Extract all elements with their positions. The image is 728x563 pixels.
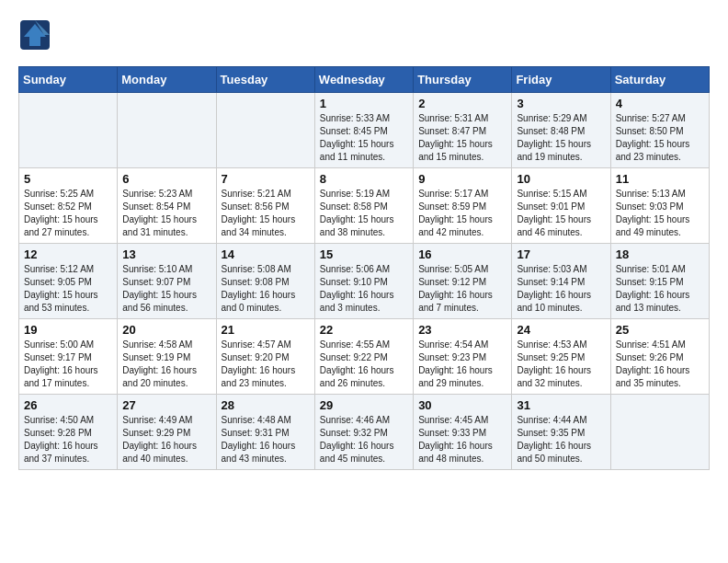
day-number: 26	[24, 398, 112, 412]
day-info: Sunrise: 4:58 AM Sunset: 9:19 PM Dayligh…	[122, 339, 210, 390]
day-number: 19	[24, 323, 112, 337]
calendar-cell: 23Sunrise: 4:54 AM Sunset: 9:23 PM Dayli…	[414, 319, 512, 395]
day-number: 16	[418, 247, 506, 261]
calendar-cell: 17Sunrise: 5:03 AM Sunset: 9:14 PM Dayli…	[512, 244, 610, 319]
day-info: Sunrise: 5:08 AM Sunset: 9:08 PM Dayligh…	[222, 263, 310, 315]
calendar-cell: 8Sunrise: 5:19 AM Sunset: 8:58 PM Daylig…	[314, 168, 413, 244]
calendar-table: SundayMondayTuesdayWednesdayThursdayFrid…	[18, 66, 710, 470]
day-number: 23	[418, 323, 506, 337]
day-number: 15	[320, 247, 408, 261]
day-number: 27	[122, 398, 210, 412]
day-number: 5	[24, 172, 112, 186]
day-info: Sunrise: 4:44 AM Sunset: 9:35 PM Dayligh…	[517, 414, 605, 465]
weekday-header-thursday: Thursday	[414, 67, 512, 93]
day-info: Sunrise: 5:31 AM Sunset: 8:47 PM Dayligh…	[418, 112, 506, 164]
calendar-cell: 6Sunrise: 5:23 AM Sunset: 8:54 PM Daylig…	[118, 168, 216, 244]
day-number: 21	[222, 323, 310, 337]
day-number: 31	[517, 398, 605, 412]
day-info: Sunrise: 5:29 AM Sunset: 8:48 PM Dayligh…	[517, 112, 605, 164]
day-number: 10	[517, 172, 605, 186]
day-number: 3	[517, 97, 605, 110]
day-info: Sunrise: 5:17 AM Sunset: 8:59 PM Dayligh…	[418, 188, 506, 239]
day-number: 4	[616, 97, 704, 110]
day-info: Sunrise: 5:03 AM Sunset: 9:14 PM Dayligh…	[517, 263, 605, 315]
calendar-cell	[216, 93, 314, 168]
day-info: Sunrise: 5:27 AM Sunset: 8:50 PM Dayligh…	[616, 112, 704, 164]
calendar-cell: 15Sunrise: 5:06 AM Sunset: 9:10 PM Dayli…	[314, 244, 413, 319]
day-info: Sunrise: 4:48 AM Sunset: 9:31 PM Dayligh…	[222, 414, 310, 465]
day-info: Sunrise: 4:50 AM Sunset: 9:28 PM Dayligh…	[24, 414, 112, 465]
weekday-header-tuesday: Tuesday	[216, 67, 314, 93]
day-number: 8	[320, 172, 408, 186]
day-number: 1	[320, 97, 408, 110]
day-number: 2	[418, 97, 506, 110]
day-number: 14	[222, 247, 310, 261]
calendar-cell: 27Sunrise: 4:49 AM Sunset: 9:29 PM Dayli…	[118, 395, 216, 470]
day-info: Sunrise: 5:25 AM Sunset: 8:52 PM Dayligh…	[24, 188, 112, 239]
calendar-cell: 31Sunrise: 4:44 AM Sunset: 9:35 PM Dayli…	[512, 395, 610, 470]
calendar-cell: 1Sunrise: 5:33 AM Sunset: 8:45 PM Daylig…	[314, 93, 413, 168]
calendar-cell: 4Sunrise: 5:27 AM Sunset: 8:50 PM Daylig…	[610, 93, 709, 168]
day-info: Sunrise: 4:53 AM Sunset: 9:25 PM Dayligh…	[517, 339, 605, 390]
calendar-cell: 10Sunrise: 5:15 AM Sunset: 9:01 PM Dayli…	[512, 168, 610, 244]
day-number: 7	[222, 172, 310, 186]
day-number: 22	[320, 323, 408, 337]
calendar-cell: 11Sunrise: 5:13 AM Sunset: 9:03 PM Dayli…	[610, 168, 709, 244]
calendar-cell: 20Sunrise: 4:58 AM Sunset: 9:19 PM Dayli…	[118, 319, 216, 395]
day-info: Sunrise: 5:00 AM Sunset: 9:17 PM Dayligh…	[24, 339, 112, 390]
day-number: 9	[418, 172, 506, 186]
day-number: 11	[616, 172, 704, 186]
day-number: 13	[122, 247, 210, 261]
day-info: Sunrise: 5:23 AM Sunset: 8:54 PM Dayligh…	[122, 188, 210, 239]
calendar-cell: 28Sunrise: 4:48 AM Sunset: 9:31 PM Dayli…	[216, 395, 314, 470]
day-info: Sunrise: 4:55 AM Sunset: 9:22 PM Dayligh…	[320, 339, 408, 390]
day-info: Sunrise: 5:19 AM Sunset: 8:58 PM Dayligh…	[320, 188, 408, 239]
day-info: Sunrise: 4:57 AM Sunset: 9:20 PM Dayligh…	[222, 339, 310, 390]
day-number: 17	[517, 247, 605, 261]
calendar-row-1: 5Sunrise: 5:25 AM Sunset: 8:52 PM Daylig…	[19, 168, 710, 244]
calendar-cell: 26Sunrise: 4:50 AM Sunset: 9:28 PM Dayli…	[19, 395, 118, 470]
day-info: Sunrise: 4:46 AM Sunset: 9:32 PM Dayligh…	[320, 414, 408, 465]
day-number: 12	[24, 247, 112, 261]
calendar-row-0: 1Sunrise: 5:33 AM Sunset: 8:45 PM Daylig…	[19, 93, 710, 168]
day-number: 20	[122, 323, 210, 337]
calendar-cell: 9Sunrise: 5:17 AM Sunset: 8:59 PM Daylig…	[414, 168, 512, 244]
day-info: Sunrise: 4:51 AM Sunset: 9:26 PM Dayligh…	[616, 339, 704, 390]
weekday-header-saturday: Saturday	[610, 67, 709, 93]
logo	[18, 18, 57, 52]
day-info: Sunrise: 4:49 AM Sunset: 9:29 PM Dayligh…	[122, 414, 210, 465]
day-number: 24	[517, 323, 605, 337]
day-info: Sunrise: 5:01 AM Sunset: 9:15 PM Dayligh…	[616, 263, 704, 315]
day-info: Sunrise: 5:05 AM Sunset: 9:12 PM Dayligh…	[418, 263, 506, 315]
day-info: Sunrise: 5:21 AM Sunset: 8:56 PM Dayligh…	[222, 188, 310, 239]
calendar-cell: 14Sunrise: 5:08 AM Sunset: 9:08 PM Dayli…	[216, 244, 314, 319]
calendar-cell: 13Sunrise: 5:10 AM Sunset: 9:07 PM Dayli…	[118, 244, 216, 319]
weekday-header-sunday: Sunday	[19, 67, 118, 93]
calendar-row-2: 12Sunrise: 5:12 AM Sunset: 9:05 PM Dayli…	[19, 244, 710, 319]
day-number: 30	[418, 398, 506, 412]
weekday-header-wednesday: Wednesday	[314, 67, 413, 93]
calendar-cell: 25Sunrise: 4:51 AM Sunset: 9:26 PM Dayli…	[610, 319, 709, 395]
calendar-cell: 12Sunrise: 5:12 AM Sunset: 9:05 PM Dayli…	[19, 244, 118, 319]
day-info: Sunrise: 5:13 AM Sunset: 9:03 PM Dayligh…	[616, 188, 704, 239]
calendar-cell	[19, 93, 118, 168]
weekday-header-friday: Friday	[512, 67, 610, 93]
calendar-cell: 21Sunrise: 4:57 AM Sunset: 9:20 PM Dayli…	[216, 319, 314, 395]
calendar-cell: 24Sunrise: 4:53 AM Sunset: 9:25 PM Dayli…	[512, 319, 610, 395]
weekday-header-row: SundayMondayTuesdayWednesdayThursdayFrid…	[19, 67, 710, 93]
day-info: Sunrise: 5:12 AM Sunset: 9:05 PM Dayligh…	[24, 263, 112, 315]
calendar-cell: 5Sunrise: 5:25 AM Sunset: 8:52 PM Daylig…	[19, 168, 118, 244]
day-info: Sunrise: 5:15 AM Sunset: 9:01 PM Dayligh…	[517, 188, 605, 239]
day-number: 29	[320, 398, 408, 412]
calendar-cell: 30Sunrise: 4:45 AM Sunset: 9:33 PM Dayli…	[414, 395, 512, 470]
calendar-cell: 18Sunrise: 5:01 AM Sunset: 9:15 PM Dayli…	[610, 244, 709, 319]
day-number: 18	[616, 247, 704, 261]
day-info: Sunrise: 5:06 AM Sunset: 9:10 PM Dayligh…	[320, 263, 408, 315]
calendar-cell: 19Sunrise: 5:00 AM Sunset: 9:17 PM Dayli…	[19, 319, 118, 395]
calendar-cell	[610, 395, 709, 470]
day-info: Sunrise: 4:45 AM Sunset: 9:33 PM Dayligh…	[418, 414, 506, 465]
day-number: 6	[122, 172, 210, 186]
logo-icon	[18, 18, 51, 52]
day-info: Sunrise: 5:10 AM Sunset: 9:07 PM Dayligh…	[122, 263, 210, 315]
calendar-cell: 2Sunrise: 5:31 AM Sunset: 8:47 PM Daylig…	[414, 93, 512, 168]
